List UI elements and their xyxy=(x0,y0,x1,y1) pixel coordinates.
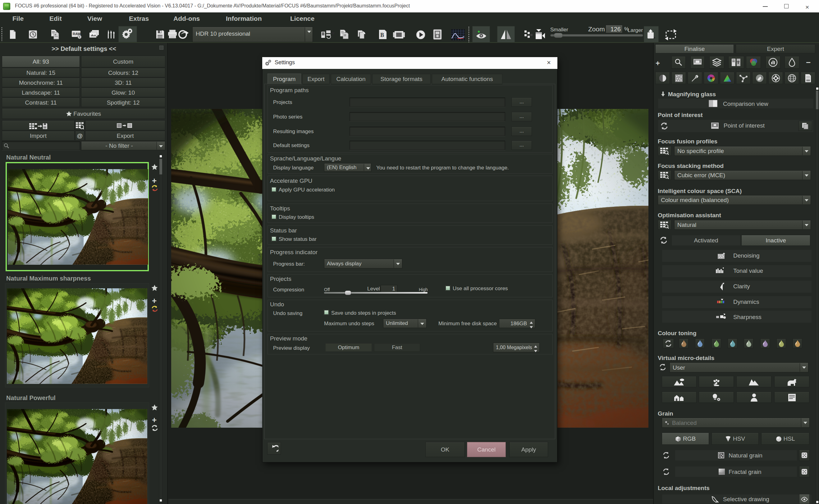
svg-text:B: B xyxy=(380,32,384,38)
